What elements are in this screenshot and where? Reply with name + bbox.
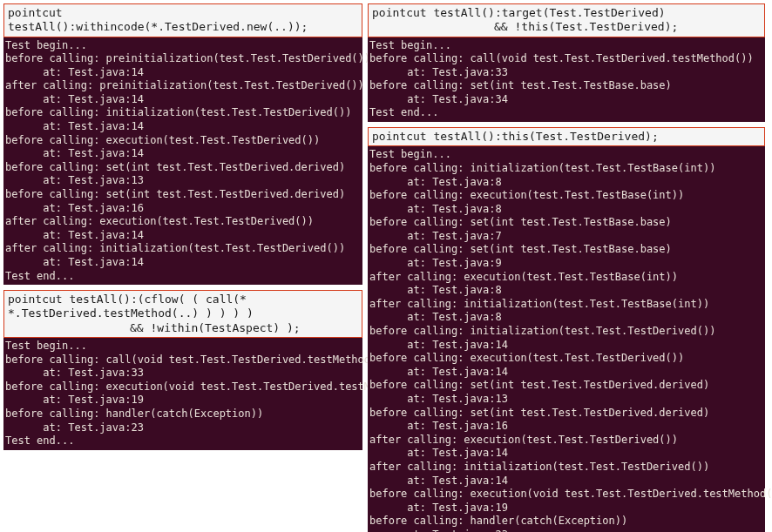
console-line: before calling: set(int test.Test.TestBa…	[369, 79, 763, 93]
console-line: before calling: execution(test.Test.Test…	[5, 134, 361, 148]
panel-cflow: pointcut testAll():(cflow( ( call(* *.Te…	[3, 290, 362, 450]
header-line: pointcut testAll():target(Test.TestDeriv…	[372, 6, 761, 20]
console-line: before calling: set(int test.Test.TestDe…	[369, 407, 763, 421]
console-line: at: Test.java:8	[369, 311, 763, 325]
console-line: after calling: initialization(test.Test.…	[369, 461, 763, 475]
console-output: Test begin...before calling: preinitiali…	[3, 37, 362, 286]
console-line: at: Test.java:14	[5, 93, 361, 107]
console-line: at: Test.java:23	[5, 421, 361, 435]
console-line: at: Test.java:13	[5, 174, 361, 188]
console-line: before calling: initialization(test.Test…	[369, 325, 763, 339]
console-output: Test begin...before calling: call(void t…	[368, 37, 765, 123]
console-line: at: Test.java:14	[5, 229, 361, 243]
console-line: before calling: execution(test.Test.Test…	[369, 352, 763, 366]
pointcut-header: pointcut testAll():target(Test.TestDeriv…	[368, 3, 765, 37]
console-line: at: Test.java:13	[369, 393, 763, 407]
console-line: after calling: preinitialization(test.Te…	[5, 79, 361, 93]
console-line: at: Test.java:7	[369, 230, 763, 244]
console-line: at: Test.java:14	[5, 147, 361, 161]
console-line: before calling: execution(void test.Test…	[5, 380, 361, 394]
console-line: after calling: execution(test.Test.TestD…	[369, 434, 763, 448]
pointcut-header: pointcut testAll():(cflow( ( call(* *.Te…	[3, 290, 362, 338]
header-line: pointcut testAll():withincode(*.TestDeri…	[8, 6, 358, 35]
console-line: at: Test.java:16	[5, 202, 361, 216]
console-line: at: Test.java:14	[369, 475, 763, 488]
console-line: before calling: execution(test.Test.Test…	[369, 189, 763, 203]
console-line: at: Test.java:19	[369, 502, 763, 515]
console-line: at: Test.java:14	[369, 339, 763, 353]
console-line: before calling: set(int test.Test.TestDe…	[369, 379, 763, 393]
console-line: at: Test.java:23	[369, 529, 763, 532]
console-line: at: Test.java:8	[369, 203, 763, 217]
console-line: after calling: execution(test.Test.TestB…	[369, 271, 763, 285]
console-line: Test begin...	[369, 39, 763, 53]
console-line: at: Test.java:19	[5, 394, 361, 407]
console-line: at: Test.java:14	[5, 66, 361, 80]
console-line: at: Test.java:8	[369, 176, 763, 190]
console-line: at: Test.java:8	[369, 284, 763, 298]
console-output: Test begin...before calling: initializat…	[368, 146, 765, 532]
pointcut-header: pointcut testAll():this(Test.TestDerived…	[368, 127, 765, 146]
console-output: Test begin...before calling: call(void t…	[3, 338, 362, 450]
console-line: before calling: set(int test.Test.TestDe…	[5, 188, 361, 202]
header-line: pointcut testAll():this(Test.TestDerived…	[372, 130, 761, 144]
console-line: at: Test.java:16	[369, 420, 763, 434]
console-line: before calling: handler(catch(Exception)…	[369, 515, 763, 529]
console-line: before calling: set(int test.Test.TestBa…	[369, 216, 763, 230]
console-line: Test end...	[369, 106, 763, 120]
console-line: Test end...	[5, 270, 361, 284]
console-line: before calling: call(void test.Test.Test…	[5, 354, 361, 367]
console-line: at: Test.java:14	[5, 120, 361, 134]
console-line: after calling: initialization(test.Test.…	[5, 242, 361, 256]
console-line: before calling: set(int test.Test.TestBa…	[369, 243, 763, 257]
console-line: before calling: preinitialization(test.T…	[5, 52, 361, 66]
console-line: at: Test.java:34	[369, 93, 763, 107]
header-line: pointcut testAll():(cflow( ( call(* *.Te…	[8, 293, 358, 321]
panel-target: pointcut testAll():target(Test.TestDeriv…	[368, 3, 765, 122]
console-line: Test begin...	[369, 148, 763, 162]
console-line: before calling: call(void test.Test.Test…	[369, 52, 763, 66]
panel-this: pointcut testAll():this(Test.TestDerived…	[368, 127, 765, 532]
console-line: after calling: initialization(test.Test.…	[369, 298, 763, 312]
console-line: Test begin...	[5, 39, 361, 53]
header-line: && !within(TestAspect) );	[8, 321, 358, 335]
console-line: before calling: handler(catch(Exception)…	[5, 407, 361, 421]
console-line: before calling: set(int test.Test.TestDe…	[5, 161, 361, 175]
console-line: at: Test.java:14	[369, 447, 763, 461]
console-line: at: Test.java:33	[369, 66, 763, 80]
console-line: at: Test.java:14	[5, 256, 361, 270]
console-line: Test begin...	[5, 340, 361, 354]
console-line: at: Test.java:14	[369, 366, 763, 380]
panel-withincode: pointcut testAll():withincode(*.TestDeri…	[3, 3, 362, 285]
console-line: at: Test.java:33	[5, 367, 361, 380]
header-line: && !this(Test.TestDerived);	[372, 20, 761, 34]
console-line: at: Test.java:9	[369, 257, 763, 271]
console-line: before calling: initialization(test.Test…	[5, 106, 361, 120]
console-line: before calling: execution(void test.Test…	[369, 488, 763, 502]
console-line: Test end...	[5, 434, 361, 448]
pointcut-header: pointcut testAll():withincode(*.TestDeri…	[3, 3, 362, 37]
console-line: after calling: execution(test.Test.TestD…	[5, 215, 361, 229]
console-line: before calling: initialization(test.Test…	[369, 162, 763, 176]
